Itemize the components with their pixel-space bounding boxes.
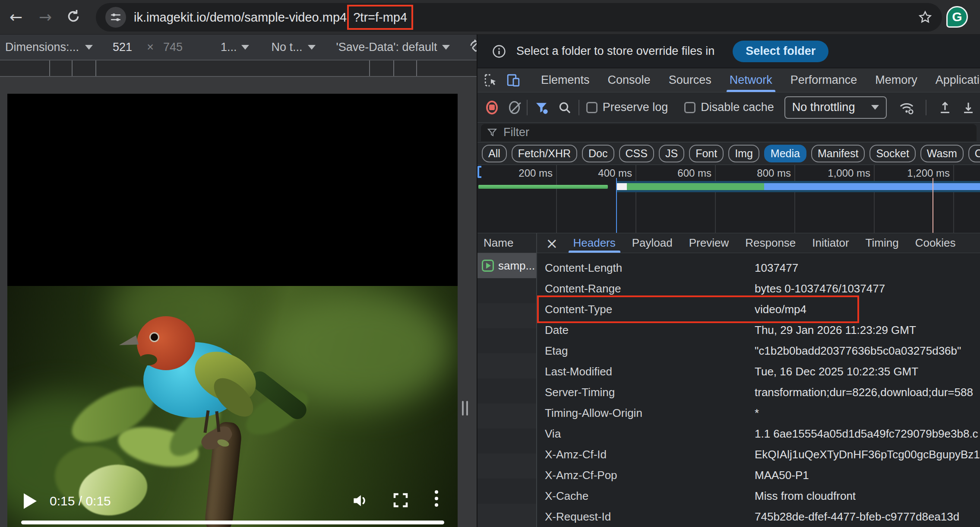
request-row-selected[interactable]: samp...	[477, 253, 536, 278]
header-row[interactable]: Via 1.1 6ae15554a05d1d5a49fc729079b9e3b8…	[537, 423, 980, 444]
disable-cache-label: Disable cache	[701, 101, 774, 114]
timeline-ticks: 200 ms400 ms600 ms800 ms1,000 ms1,200 ms	[477, 165, 980, 233]
header-row[interactable]: Etag "c1b2b0badd20377636b5c0a03275d36b"	[537, 340, 980, 361]
header-name: Content-Length	[537, 261, 755, 275]
devtools-tab[interactable]: Memory	[866, 68, 926, 92]
back-icon[interactable]: ←	[9, 8, 22, 27]
header-row[interactable]: X-Amz-Cf-Id EkQIAlj1uQeXTyDnHF36pTcg00gc…	[537, 444, 980, 465]
request-type-chip[interactable]: All	[482, 145, 507, 162]
clear-network-log-icon[interactable]	[509, 101, 520, 114]
header-value: 745b28de-dfef-4477-bfeb-c9777d8ea13d	[755, 510, 959, 524]
request-name-column: Name samp...	[477, 233, 537, 527]
detail-tab[interactable]: Preview	[681, 233, 737, 253]
filter-input[interactable]: Filter	[481, 124, 977, 141]
fullscreen-icon[interactable]	[392, 491, 410, 509]
export-har-icon[interactable]	[961, 100, 976, 115]
header-name: Via	[537, 427, 755, 441]
header-row[interactable]: X-Amz-Cf-Pop MAA50-P1	[537, 465, 980, 486]
throttling-select[interactable]: No throttling	[784, 96, 887, 119]
inspect-element-icon[interactable]	[484, 73, 498, 88]
chevron-down-icon	[442, 45, 450, 50]
media-query-ruler[interactable]	[0, 60, 477, 77]
request-type-chip[interactable]: Manifest	[811, 145, 865, 162]
select-folder-button[interactable]: Select folder	[733, 41, 828, 62]
header-row[interactable]: Timing-Allow-Origin *	[537, 403, 980, 423]
video-frame-bird[interactable]	[7, 286, 458, 527]
save-data-select[interactable]: 'Save-Data': default	[336, 41, 437, 54]
network-conditions-icon[interactable]	[899, 100, 914, 115]
header-row[interactable]: Server-Timing transformation;dur=8226,do…	[537, 382, 980, 403]
detail-tab[interactable]: Timing	[857, 233, 907, 253]
forward-icon[interactable]: →	[39, 8, 52, 27]
detail-tab[interactable]: Response	[737, 233, 804, 253]
header-row[interactable]: X-Request-Id 745b28de-dfef-4477-bfeb-c97…	[537, 506, 980, 527]
url-base: ik.imagekit.io/demo/sample-video.mp4	[134, 10, 347, 25]
detail-tab[interactable]: Payload	[624, 233, 681, 253]
devtools-panel: Select a folder to store override files …	[477, 35, 980, 527]
bookmark-star-icon[interactable]	[918, 10, 933, 25]
devtools-tab[interactable]: Console	[599, 68, 660, 92]
viewport-height-input[interactable]: 745	[163, 41, 183, 54]
devtools-tab[interactable]: Application	[926, 68, 980, 92]
throttle-select[interactable]: No t...	[272, 41, 303, 54]
video-menu-icon[interactable]	[435, 490, 438, 507]
header-row[interactable]: Date Thu, 29 Jan 2026 11:23:29 GMT	[537, 320, 980, 340]
request-type-chip[interactable]: Socket	[869, 145, 915, 162]
network-filter-row: Filter	[477, 123, 980, 143]
reload-icon[interactable]	[66, 9, 81, 24]
request-type-chip[interactable]: Other	[968, 145, 980, 162]
zoom-select[interactable]: 1...	[221, 41, 237, 54]
header-row[interactable]: Last-Modified Tue, 16 Dec 2025 10:22:35 …	[537, 361, 980, 382]
grammarly-extension-icon[interactable]: G	[946, 6, 968, 28]
devtools-tab[interactable]: Sources	[660, 68, 721, 92]
request-type-chip[interactable]: Img	[728, 145, 759, 162]
request-type-chip[interactable]: Fetch/XHR	[512, 145, 577, 162]
import-har-icon[interactable]	[938, 100, 952, 115]
device-toolbar-toggle-icon[interactable]	[506, 73, 521, 88]
splitter-grip-icon[interactable]	[462, 401, 468, 416]
disable-cache-checkbox[interactable]	[684, 102, 695, 113]
url-param-annotation-box: ?tr=f-mp4	[347, 5, 413, 30]
request-type-chip[interactable]: Doc	[582, 145, 614, 162]
volume-icon[interactable]	[351, 491, 370, 510]
video-progress-bar[interactable]	[21, 521, 444, 524]
devtools-splitter[interactable]	[458, 77, 477, 527]
record-stop-icon[interactable]	[486, 101, 498, 114]
detail-tab[interactable]: Headers	[565, 233, 624, 253]
divider	[579, 100, 579, 115]
header-row[interactable]: Content-Range bytes 0-1037476/1037477	[537, 278, 980, 299]
preserve-log-checkbox[interactable]	[586, 102, 597, 113]
devtools-tab[interactable]: Performance	[781, 68, 866, 92]
dimensions-select[interactable]: Dimensions:...	[5, 41, 79, 54]
header-value: Tue, 16 Dec 2025 10:22:35 GMT	[755, 365, 918, 378]
url-text[interactable]: ik.imagekit.io/demo/sample-video.mp4?tr=…	[134, 5, 413, 30]
header-row[interactable]: Content-Length 1037477	[537, 257, 980, 278]
request-type-chip[interactable]: Font	[689, 145, 724, 162]
timeline-selection-handle[interactable]	[477, 166, 481, 178]
site-settings-icon[interactable]	[105, 7, 126, 28]
header-name: Content-Type	[537, 303, 755, 316]
devtools-tab[interactable]: Elements	[532, 68, 599, 92]
header-name: X-Amz-Cf-Pop	[537, 469, 755, 482]
request-type-chip[interactable]: CSS	[619, 145, 654, 162]
detail-tab[interactable]: Cookies	[907, 233, 964, 253]
play-button[interactable]	[24, 493, 37, 509]
name-column-header[interactable]: Name	[477, 233, 536, 253]
address-bar[interactable]: ik.imagekit.io/demo/sample-video.mp4?tr=…	[96, 3, 942, 32]
timeline-tick-label: 1,000 ms	[795, 165, 875, 233]
header-value: MAA50-P1	[755, 469, 809, 482]
request-type-chip[interactable]: JS	[659, 145, 684, 162]
request-type-chip[interactable]: Media	[764, 145, 806, 162]
header-name: X-Request-Id	[537, 510, 755, 524]
network-overview-timeline[interactable]: 200 ms400 ms600 ms800 ms1,000 ms1,200 ms	[477, 165, 980, 233]
devtools-tab[interactable]: Network	[721, 68, 781, 92]
viewport-width-input[interactable]: 521	[113, 41, 132, 54]
search-icon[interactable]	[558, 101, 572, 114]
header-row[interactable]: Content-Type video/mp4	[537, 299, 980, 320]
header-row[interactable]: X-Cache Miss from cloudfront	[537, 486, 980, 506]
filter-toggle-icon[interactable]	[534, 101, 548, 114]
browser-toolbar: ← → ik.imagekit.io/demo/sample-video.mp4…	[0, 0, 980, 35]
close-details-icon[interactable]: ×	[537, 235, 565, 252]
request-type-chip[interactable]: Wasm	[920, 145, 964, 162]
detail-tab[interactable]: Initiator	[804, 233, 857, 253]
